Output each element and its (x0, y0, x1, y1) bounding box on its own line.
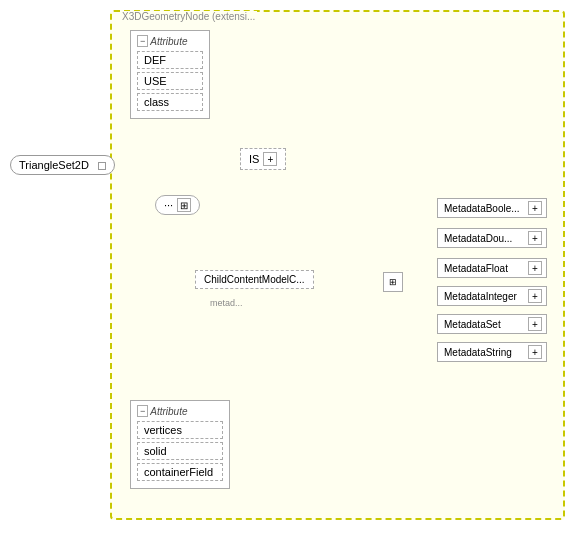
meta-integer-expand[interactable]: + (528, 289, 542, 303)
is-expand-btn[interactable]: + (263, 152, 277, 166)
dots-label: ··· (164, 199, 173, 211)
meta-boole-label: MetadataBoole... (444, 203, 520, 214)
meta-set-expand[interactable]: + (528, 317, 542, 331)
triangle-set-2d-label: TriangleSet2D (19, 159, 89, 171)
connector-plus-icon: ⊞ (389, 277, 397, 287)
meta-set-label: MetadataSet (444, 319, 501, 330)
triangle-set-2d-node[interactable]: TriangleSet2D (10, 155, 115, 175)
metadata-integer-node[interactable]: MetadataInteger + (437, 286, 547, 306)
attr-def[interactable]: DEF (137, 51, 203, 69)
child-to-meta-connector[interactable]: ⊞ (383, 272, 403, 292)
meta-boole-expand[interactable]: + (528, 201, 542, 215)
child-node-label: ChildContentModelC... (204, 274, 305, 285)
attr-container-field[interactable]: containerField (137, 463, 223, 481)
attr-bottom-label: − Attribute (137, 405, 223, 417)
attr-use[interactable]: USE (137, 72, 203, 90)
attr-top-title: Attribute (150, 36, 187, 47)
is-label: IS (249, 153, 259, 165)
meta-string-expand[interactable]: + (528, 345, 542, 359)
metadata-string-node[interactable]: MetadataString + (437, 342, 547, 362)
meta-integer-label: MetadataInteger (444, 291, 517, 302)
attr-bottom-title: Attribute (150, 406, 187, 417)
metadata-boole-node[interactable]: MetadataBoole... + (437, 198, 547, 218)
attribute-box-bottom: − Attribute vertices solid containerFiel… (130, 400, 230, 489)
child-node-sublabel: metad... (210, 298, 243, 308)
metadata-set-node[interactable]: MetadataSet + (437, 314, 547, 334)
meta-dou-expand[interactable]: + (528, 231, 542, 245)
meta-dou-label: MetadataDou... (444, 233, 512, 244)
child-content-model-node[interactable]: ChildContentModelC... (195, 270, 314, 289)
minus-icon-top: − (137, 35, 148, 47)
minus-icon-bottom: − (137, 405, 148, 417)
attr-solid[interactable]: solid (137, 442, 223, 460)
diagram-container: X3DGeometryNode (extensi... TriangleSet2… (0, 0, 578, 544)
dots-expand-btn[interactable]: ⊞ (177, 198, 191, 212)
attr-vertices[interactable]: vertices (137, 421, 223, 439)
dots-connector-node[interactable]: ··· ⊞ (155, 195, 200, 215)
metadata-dou-node[interactable]: MetadataDou... + (437, 228, 547, 248)
is-node[interactable]: IS + (240, 148, 286, 170)
main-box-title: X3DGeometryNode (extensi... (120, 11, 257, 22)
meta-string-label: MetadataString (444, 347, 512, 358)
attr-top-label: − Attribute (137, 35, 203, 47)
attribute-box-top: − Attribute DEF USE class (130, 30, 210, 119)
triangle-connector (98, 162, 106, 170)
meta-float-expand[interactable]: + (528, 261, 542, 275)
attr-class[interactable]: class (137, 93, 203, 111)
meta-float-label: MetadataFloat (444, 263, 508, 274)
metadata-float-node[interactable]: MetadataFloat + (437, 258, 547, 278)
